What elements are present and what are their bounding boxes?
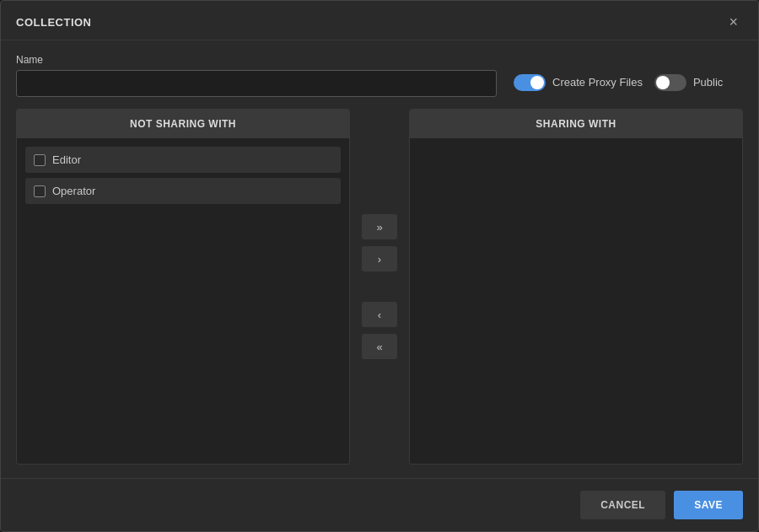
- public-toggle-item: Public: [654, 74, 723, 91]
- public-toggle-thumb: [656, 76, 670, 89]
- sharing-area: NOT SHARING WITH Editor Operator » ›: [16, 109, 743, 465]
- list-item[interactable]: Editor: [25, 147, 341, 173]
- name-label: Name: [16, 54, 497, 66]
- proxy-files-label: Create Proxy Files: [552, 76, 643, 89]
- not-sharing-panel-header: NOT SHARING WITH: [17, 110, 349, 138]
- public-toggle-track: [654, 74, 686, 91]
- editor-checkbox[interactable]: [34, 154, 46, 166]
- move-all-right-button[interactable]: »: [362, 214, 397, 239]
- dialog-title: COLLECTION: [16, 16, 92, 29]
- move-selected-right-button[interactable]: ›: [362, 246, 397, 271]
- proxy-files-toggle[interactable]: [514, 74, 546, 91]
- transfer-buttons-column: » › ‹ «: [350, 109, 409, 465]
- save-button[interactable]: SAVE: [674, 491, 743, 519]
- name-input[interactable]: [16, 70, 497, 97]
- collection-dialog: COLLECTION × Name Create Proxy F: [0, 0, 759, 532]
- dialog-footer: CANCEL SAVE: [1, 478, 758, 531]
- sharing-panel-header: SHARING WITH: [410, 110, 742, 138]
- toggles-group: Create Proxy Files Public: [514, 74, 723, 91]
- name-row: Name Create Proxy Files: [16, 54, 743, 97]
- proxy-files-toggle-thumb: [530, 76, 544, 89]
- operator-checkbox[interactable]: [34, 185, 46, 197]
- not-sharing-panel: NOT SHARING WITH Editor Operator: [16, 109, 350, 465]
- not-sharing-panel-content: Editor Operator: [17, 138, 349, 464]
- proxy-files-toggle-track: [514, 74, 546, 91]
- public-label: Public: [693, 76, 723, 89]
- dialog-body: Name Create Proxy Files: [1, 40, 758, 478]
- operator-label: Operator: [52, 185, 95, 197]
- sharing-panel: SHARING WITH: [409, 109, 743, 465]
- cancel-button[interactable]: CANCEL: [580, 491, 665, 519]
- dialog-header: COLLECTION ×: [1, 1, 758, 40]
- proxy-files-toggle-item: Create Proxy Files: [514, 74, 643, 91]
- sharing-panel-content: [410, 138, 742, 464]
- close-button[interactable]: ×: [724, 13, 743, 31]
- name-group: Name: [16, 54, 497, 97]
- list-item[interactable]: Operator: [25, 178, 341, 204]
- move-all-left-button[interactable]: «: [362, 334, 397, 359]
- move-selected-left-button[interactable]: ‹: [362, 302, 397, 327]
- editor-label: Editor: [52, 153, 81, 166]
- public-toggle[interactable]: [654, 74, 686, 91]
